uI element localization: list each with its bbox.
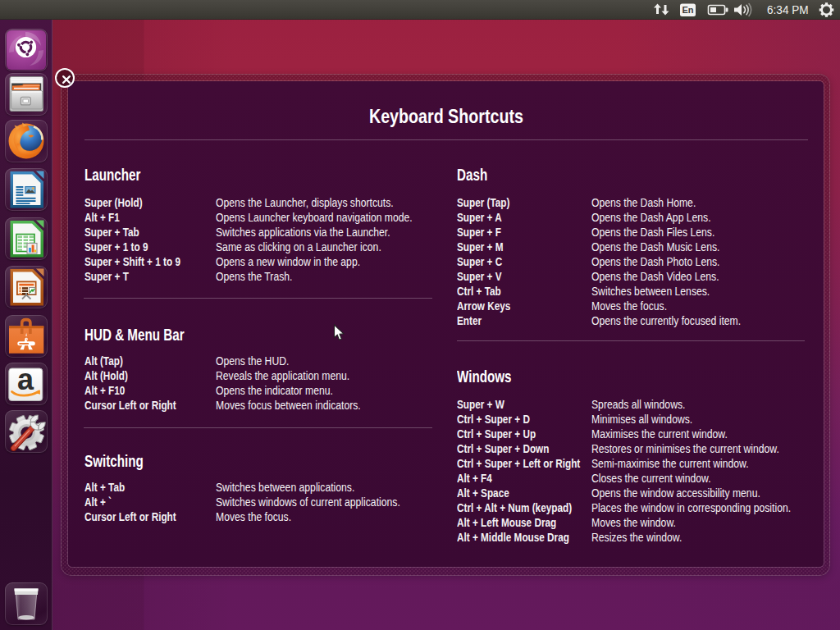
svg-text:a: a [17, 364, 34, 396]
svg-text:En: En [682, 5, 693, 15]
